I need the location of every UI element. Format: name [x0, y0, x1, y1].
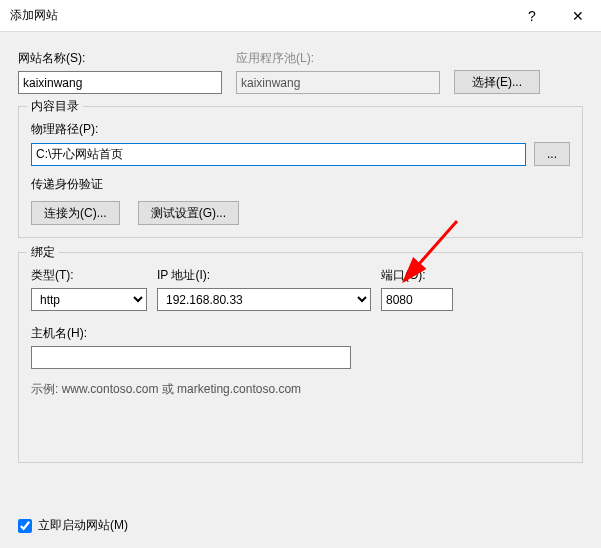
site-name-label: 网站名称(S): [18, 50, 222, 67]
physical-path-input[interactable] [31, 143, 526, 166]
binding-type-label: 类型(T): [31, 267, 147, 284]
binding-ip-label: IP 地址(I): [157, 267, 371, 284]
host-name-label: 主机名(H): [31, 325, 570, 342]
connect-as-button[interactable]: 连接为(C)... [31, 201, 120, 225]
title-bar: 添加网站 ? ✕ [0, 0, 601, 32]
start-now-label: 立即启动网站(M) [38, 517, 128, 534]
close-button[interactable]: ✕ [555, 0, 601, 32]
binding-group: 绑定 类型(T): http IP 地址(I): 192.168.80.33 端… [18, 252, 583, 463]
app-pool-input [236, 71, 440, 94]
binding-port-input[interactable] [381, 288, 453, 311]
binding-port-label: 端口(O): [381, 267, 453, 284]
binding-type-select[interactable]: http [31, 288, 147, 311]
app-pool-label: 应用程序池(L): [236, 50, 440, 67]
browse-path-button[interactable]: ... [534, 142, 570, 166]
pass-auth-label: 传递身份验证 [31, 176, 570, 193]
dialog-content: 网站名称(S): 应用程序池(L): 选择(E)... 内容目录 物理路径(P)… [0, 32, 601, 463]
content-directory-group: 内容目录 物理路径(P): ... 传递身份验证 连接为(C)... 测试设置(… [18, 106, 583, 238]
content-directory-legend: 内容目录 [27, 98, 83, 115]
host-name-input[interactable] [31, 346, 351, 369]
binding-legend: 绑定 [27, 244, 59, 261]
binding-ip-select[interactable]: 192.168.80.33 [157, 288, 371, 311]
help-button[interactable]: ? [509, 0, 555, 32]
dialog-title: 添加网站 [10, 7, 509, 24]
physical-path-label: 物理路径(P): [31, 122, 98, 136]
site-name-input[interactable] [18, 71, 222, 94]
start-now-checkbox[interactable] [18, 519, 32, 533]
footer: 立即启动网站(M) [18, 517, 128, 534]
host-name-example: 示例: www.contoso.com 或 marketing.contoso.… [31, 381, 570, 398]
select-app-pool-button[interactable]: 选择(E)... [454, 70, 540, 94]
test-settings-button[interactable]: 测试设置(G)... [138, 201, 239, 225]
